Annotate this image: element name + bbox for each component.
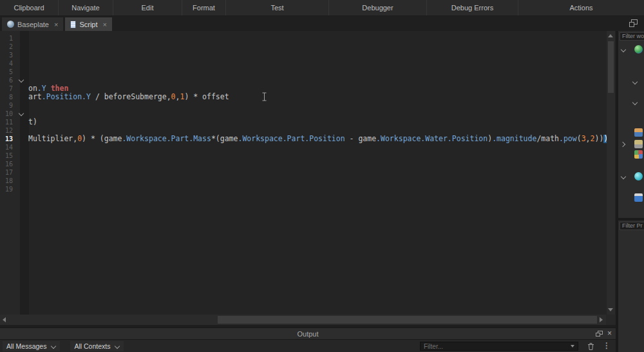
code-text <box>28 152 616 160</box>
context-filter-dropdown[interactable]: All Contexts <box>70 341 124 351</box>
horizontal-scrollbar[interactable] <box>0 315 616 325</box>
line-number: 10 <box>0 110 13 118</box>
menu-item-debugger[interactable]: Debugger <box>329 0 427 15</box>
line-number: 9 <box>0 101 13 110</box>
code-text <box>28 43 616 51</box>
explorer-item[interactable] <box>618 98 644 106</box>
menu-item-format[interactable]: Format <box>182 0 226 15</box>
kebab-menu-icon[interactable]: ⋮ <box>603 341 611 350</box>
code-line: 9 <box>0 101 616 110</box>
fold-chevron-icon[interactable] <box>19 111 24 116</box>
scrollbar-corner <box>606 315 616 325</box>
chevron-down-icon <box>115 344 120 349</box>
scroll-left-arrow-icon[interactable] <box>3 317 6 322</box>
code-line: 13Multiplier,0) * (game.Workspace.Part.M… <box>0 135 616 143</box>
fold-margin <box>13 84 28 93</box>
menu-item-debug-errors[interactable]: Debug Errors <box>427 0 518 15</box>
code-text <box>28 34 616 43</box>
fold-chevron-icon[interactable] <box>19 77 24 83</box>
messages-filter-label: All Messages <box>6 342 46 350</box>
close-output-icon[interactable]: × <box>607 329 612 338</box>
players-icon <box>634 128 643 137</box>
line-number: 16 <box>0 160 13 168</box>
line-number: 15 <box>0 152 13 160</box>
fold-margin <box>13 152 28 160</box>
expand-chevron-icon[interactable] <box>621 47 626 52</box>
expand-chevron-icon[interactable] <box>632 100 638 105</box>
explorer-item[interactable] <box>618 140 644 148</box>
menu-item-navigate[interactable]: Navigate <box>59 0 113 15</box>
code-text: t) <box>28 118 616 126</box>
context-filter-label: All Contexts <box>74 342 110 350</box>
code-text <box>28 68 616 76</box>
code-editor[interactable]: 1234567on.Y then8art.Position.Y / before… <box>0 31 616 315</box>
fold-margin <box>13 168 28 177</box>
code-text <box>28 101 616 110</box>
sphere-icon <box>634 172 643 181</box>
tab-script[interactable]: Script× <box>65 17 112 31</box>
line-number: 4 <box>0 59 13 68</box>
line-number: 11 <box>0 118 13 126</box>
output-title: Output <box>297 330 318 338</box>
line-number: 2 <box>0 43 13 51</box>
code-line: 17 <box>0 168 616 177</box>
explorer-item[interactable] <box>618 172 644 181</box>
code-line: 8art.Position.Y / beforeSubmerge,0,1) * … <box>0 93 616 101</box>
scroll-right-arrow-icon[interactable] <box>600 317 603 322</box>
scroll-down-arrow-icon[interactable] <box>608 308 613 311</box>
vertical-scroll-thumb[interactable] <box>608 41 614 93</box>
properties-filter-input[interactable]: Filter Pr <box>620 222 644 230</box>
explorer-item[interactable] <box>618 150 644 159</box>
code-line: 6 <box>0 76 616 84</box>
menu-item-test[interactable]: Test <box>226 0 329 15</box>
output-filter-input[interactable]: Filter... <box>420 342 578 351</box>
code-line: 19 <box>0 185 616 193</box>
explorer-item[interactable] <box>618 45 644 54</box>
line-number: 13 <box>0 135 13 143</box>
code-line: 7on.Y then <box>0 84 616 93</box>
code-text <box>28 177 616 185</box>
chevron-down-icon <box>571 345 574 347</box>
code-line: 14 <box>0 143 616 152</box>
line-number: 6 <box>0 76 13 84</box>
menu-item-actions[interactable]: Actions <box>518 0 644 15</box>
line-number: 8 <box>0 93 13 101</box>
properties-filter-placeholder: Filter Pr <box>622 222 643 229</box>
code-line: 3 <box>0 51 616 59</box>
explorer-tree <box>618 31 644 218</box>
tab-baseplate[interactable]: Baseplate× <box>2 17 63 31</box>
menu-item-clipboard[interactable]: Clipboard <box>0 0 59 15</box>
expand-chevron-icon[interactable] <box>621 142 626 147</box>
code-text: art.Position.Y / beforeSubmerge,0,1) * o… <box>28 93 616 101</box>
explorer-item[interactable] <box>618 128 644 137</box>
close-tab-icon[interactable]: × <box>103 21 107 28</box>
team-icon <box>634 140 643 148</box>
fold-margin <box>13 51 28 59</box>
explorer-item[interactable] <box>618 77 644 86</box>
line-number: 3 <box>0 51 13 59</box>
code-text <box>28 51 616 59</box>
vertical-scrollbar[interactable] <box>607 31 615 315</box>
line-number: 7 <box>0 84 13 93</box>
expand-chevron-icon[interactable] <box>632 79 638 84</box>
explorer-panel: Filter wo <box>618 31 644 218</box>
fold-margin <box>13 160 28 168</box>
fold-margin <box>13 126 28 135</box>
expand-chevron-icon[interactable] <box>621 174 626 179</box>
code-lines: 1234567on.Y then8art.Position.Y / before… <box>0 31 616 193</box>
messages-filter-dropdown[interactable]: All Messages <box>3 341 60 351</box>
close-tab-icon[interactable]: × <box>54 21 58 28</box>
menu-item-edit[interactable]: Edit <box>113 0 182 15</box>
fold-margin <box>13 110 28 118</box>
horizontal-scroll-thumb[interactable] <box>218 316 597 324</box>
fold-margin <box>13 34 28 43</box>
code-line: 2 <box>0 43 616 51</box>
scroll-up-arrow-icon[interactable] <box>608 34 613 37</box>
line-number: 17 <box>0 168 13 177</box>
float-window-icon[interactable] <box>629 19 638 27</box>
editor-column: 1234567on.Y then8art.Position.Y / before… <box>0 31 616 352</box>
trash-icon[interactable] <box>587 342 594 351</box>
properties-panel: Filter Pr <box>618 220 644 352</box>
explorer-item[interactable] <box>618 193 644 202</box>
dock-window-icon[interactable] <box>596 331 603 337</box>
